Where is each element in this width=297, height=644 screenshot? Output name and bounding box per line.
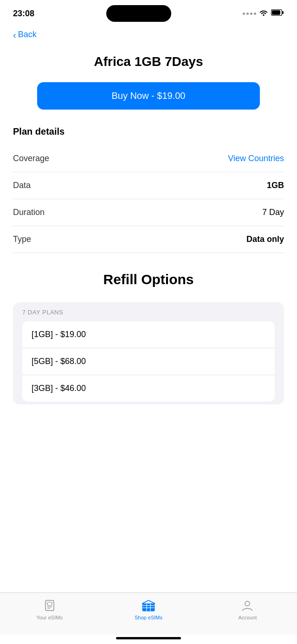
- detail-row-data: Data 1GB: [13, 172, 284, 199]
- shop-esims-icon: [141, 598, 156, 613]
- page-title: Africa 1GB 7Days: [13, 54, 284, 69]
- plan-option-3gb[interactable]: [3GB] - $46.00: [22, 375, 275, 402]
- type-value: Data only: [246, 234, 284, 244]
- plan-option-1gb[interactable]: [1GB] - $19.00: [22, 321, 275, 348]
- svg-rect-8: [142, 604, 155, 611]
- plans-group-label: 7 DAY PLANS: [22, 309, 275, 316]
- refill-title: Refill Options: [13, 272, 284, 287]
- data-value: 1GB: [267, 181, 284, 190]
- signal-dots-icon: [243, 13, 256, 15]
- type-label: Type: [13, 234, 31, 244]
- back-button[interactable]: ‹ Back: [13, 30, 37, 39]
- plans-list: [1GB] - $19.00 [5GB] - $68.00 [3GB] - $4…: [22, 321, 275, 402]
- detail-row-coverage: Coverage View Countries: [13, 145, 284, 172]
- nav-bar: ‹ Back: [0, 24, 297, 43]
- tab-account[interactable]: Account: [198, 598, 297, 620]
- tab-your-esims-label: Your eSIMs: [36, 615, 62, 620]
- plan-option-5gb[interactable]: [5GB] - $68.00: [22, 348, 275, 375]
- svg-point-0: [263, 14, 264, 16]
- tab-shop-esims-label: Shop eSIMs: [135, 615, 162, 620]
- svg-rect-5: [47, 602, 52, 605]
- buy-now-button[interactable]: Buy Now - $19.00: [37, 82, 260, 110]
- status-bar: 23:08: [0, 0, 297, 24]
- back-label: Back: [18, 30, 37, 39]
- plan-details-title: Plan details: [13, 126, 284, 137]
- duration-value: 7 Day: [262, 208, 284, 217]
- tab-bar: Your eSIMs Shop eSIMs Account: [0, 592, 297, 634]
- wifi-icon: [259, 9, 268, 18]
- svg-rect-2: [282, 11, 284, 14]
- tab-your-esims[interactable]: Your eSIMs: [0, 598, 99, 620]
- main-content: Africa 1GB 7Days Buy Now - $19.00 Plan d…: [0, 43, 297, 592]
- tab-shop-esims[interactable]: Shop eSIMs: [99, 598, 198, 620]
- detail-row-type: Type Data only: [13, 226, 284, 253]
- chevron-left-icon: ‹: [13, 30, 16, 39]
- tab-account-label: Account: [238, 615, 257, 620]
- battery-icon: [271, 9, 284, 18]
- plans-group-7day: 7 DAY PLANS [1GB] - $19.00 [5GB] - $68.0…: [13, 302, 284, 404]
- status-time: 23:08: [13, 9, 34, 19]
- account-icon: [240, 598, 255, 613]
- svg-rect-3: [272, 10, 280, 15]
- svg-point-14: [245, 601, 250, 606]
- view-countries-link[interactable]: View Countries: [228, 154, 284, 163]
- detail-row-duration: Duration 7 Day: [13, 199, 284, 226]
- refill-section: Refill Options 7 DAY PLANS [1GB] - $19.0…: [13, 272, 284, 404]
- home-indicator-bar: [116, 637, 181, 639]
- data-label: Data: [13, 181, 31, 190]
- notch: [106, 5, 171, 22]
- home-indicator: [0, 634, 297, 644]
- duration-label: Duration: [13, 208, 45, 217]
- plan-details-section: Plan details Coverage View Countries Dat…: [13, 126, 284, 253]
- status-icons: [243, 9, 284, 18]
- coverage-label: Coverage: [13, 154, 49, 163]
- your-esims-icon: [42, 598, 57, 613]
